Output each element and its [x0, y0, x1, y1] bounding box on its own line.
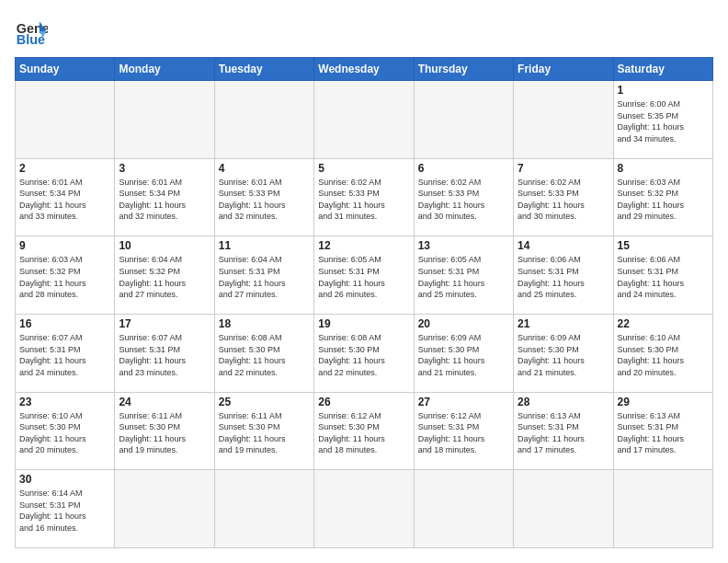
- weekday-header-tuesday: Tuesday: [214, 58, 313, 81]
- calendar-cell: 20Sunrise: 6:09 AM Sunset: 5:30 PM Dayli…: [414, 314, 513, 392]
- calendar-cell: 12Sunrise: 6:05 AM Sunset: 5:31 PM Dayli…: [314, 236, 414, 315]
- day-info: Sunrise: 6:01 AM Sunset: 5:34 PM Dayligh…: [119, 177, 210, 223]
- day-info: Sunrise: 6:09 AM Sunset: 5:30 PM Dayligh…: [418, 332, 509, 378]
- calendar-cell: 3Sunrise: 6:01 AM Sunset: 5:34 PM Daylig…: [115, 158, 214, 236]
- weekday-header-row: SundayMondayTuesdayWednesdayThursdayFrid…: [16, 58, 713, 81]
- calendar-cell: [514, 470, 613, 548]
- calendar-cell: [414, 470, 513, 548]
- logo-icon: General Blue: [15, 15, 48, 48]
- calendar-cell: 8Sunrise: 6:03 AM Sunset: 5:32 PM Daylig…: [613, 158, 712, 236]
- calendar-cell: 30Sunrise: 6:14 AM Sunset: 5:31 PM Dayli…: [16, 470, 115, 548]
- calendar-cell: 6Sunrise: 6:02 AM Sunset: 5:33 PM Daylig…: [414, 158, 513, 236]
- day-number: 6: [418, 162, 509, 175]
- day-info: Sunrise: 6:14 AM Sunset: 5:31 PM Dayligh…: [19, 488, 110, 534]
- calendar-cell: [115, 81, 214, 159]
- calendar-cell: 21Sunrise: 6:09 AM Sunset: 5:30 PM Dayli…: [514, 314, 613, 392]
- calendar-cell: [115, 470, 214, 548]
- day-info: Sunrise: 6:04 AM Sunset: 5:32 PM Dayligh…: [119, 254, 210, 300]
- day-info: Sunrise: 6:01 AM Sunset: 5:34 PM Dayligh…: [19, 177, 110, 223]
- calendar-cell: 9Sunrise: 6:03 AM Sunset: 5:32 PM Daylig…: [16, 236, 115, 315]
- calendar-week-row: 30Sunrise: 6:14 AM Sunset: 5:31 PM Dayli…: [16, 470, 713, 548]
- day-info: Sunrise: 6:06 AM Sunset: 5:31 PM Dayligh…: [518, 254, 609, 300]
- day-number: 1: [618, 84, 709, 97]
- calendar-cell: [514, 81, 613, 159]
- calendar-cell: [214, 81, 313, 159]
- calendar-cell: 11Sunrise: 6:04 AM Sunset: 5:31 PM Dayli…: [214, 236, 313, 315]
- day-number: 25: [219, 396, 310, 408]
- calendar-cell: [414, 81, 513, 159]
- day-info: Sunrise: 6:12 AM Sunset: 5:30 PM Dayligh…: [318, 410, 409, 456]
- calendar-cell: 15Sunrise: 6:06 AM Sunset: 5:31 PM Dayli…: [613, 236, 712, 315]
- day-info: Sunrise: 6:02 AM Sunset: 5:33 PM Dayligh…: [518, 177, 609, 223]
- day-number: 18: [219, 317, 310, 330]
- weekday-header-sunday: Sunday: [16, 58, 115, 81]
- calendar-cell: 27Sunrise: 6:12 AM Sunset: 5:31 PM Dayli…: [414, 392, 513, 470]
- weekday-header-monday: Monday: [115, 58, 214, 81]
- day-info: Sunrise: 6:08 AM Sunset: 5:30 PM Dayligh…: [219, 332, 310, 378]
- header: General Blue: [15, 15, 713, 48]
- day-info: Sunrise: 6:00 AM Sunset: 5:35 PM Dayligh…: [618, 98, 709, 144]
- calendar-cell: 4Sunrise: 6:01 AM Sunset: 5:33 PM Daylig…: [214, 158, 313, 236]
- day-number: 11: [219, 239, 310, 252]
- day-number: 26: [318, 396, 409, 408]
- calendar-week-row: 9Sunrise: 6:03 AM Sunset: 5:32 PM Daylig…: [16, 236, 713, 315]
- calendar-cell: 24Sunrise: 6:11 AM Sunset: 5:30 PM Dayli…: [115, 392, 214, 470]
- day-info: Sunrise: 6:06 AM Sunset: 5:31 PM Dayligh…: [618, 254, 709, 300]
- day-info: Sunrise: 6:10 AM Sunset: 5:30 PM Dayligh…: [19, 410, 110, 456]
- day-info: Sunrise: 6:13 AM Sunset: 5:31 PM Dayligh…: [618, 410, 709, 456]
- day-info: Sunrise: 6:11 AM Sunset: 5:30 PM Dayligh…: [219, 410, 310, 456]
- calendar-cell: 13Sunrise: 6:05 AM Sunset: 5:31 PM Dayli…: [414, 236, 513, 315]
- svg-text:Blue: Blue: [17, 32, 45, 47]
- calendar-cell: 10Sunrise: 6:04 AM Sunset: 5:32 PM Dayli…: [115, 236, 214, 315]
- calendar-cell: [16, 81, 115, 159]
- calendar-cell: 1Sunrise: 6:00 AM Sunset: 5:35 PM Daylig…: [613, 81, 712, 159]
- day-number: 3: [119, 162, 210, 175]
- day-info: Sunrise: 6:07 AM Sunset: 5:31 PM Dayligh…: [19, 332, 110, 378]
- day-number: 19: [318, 317, 409, 330]
- day-number: 16: [19, 317, 110, 330]
- day-info: Sunrise: 6:09 AM Sunset: 5:30 PM Dayligh…: [518, 332, 609, 378]
- day-number: 14: [518, 239, 609, 252]
- weekday-header-thursday: Thursday: [414, 58, 513, 81]
- day-number: 29: [618, 396, 709, 408]
- calendar-cell: [314, 81, 414, 159]
- day-number: 5: [318, 162, 409, 175]
- day-number: 23: [19, 396, 110, 408]
- calendar-week-row: 23Sunrise: 6:10 AM Sunset: 5:30 PM Dayli…: [16, 392, 713, 470]
- day-info: Sunrise: 6:12 AM Sunset: 5:31 PM Dayligh…: [418, 410, 509, 456]
- calendar-cell: 14Sunrise: 6:06 AM Sunset: 5:31 PM Dayli…: [514, 236, 613, 315]
- calendar-cell: 19Sunrise: 6:08 AM Sunset: 5:30 PM Dayli…: [314, 314, 414, 392]
- day-number: 20: [418, 317, 509, 330]
- calendar-cell: 16Sunrise: 6:07 AM Sunset: 5:31 PM Dayli…: [16, 314, 115, 392]
- day-number: 7: [518, 162, 609, 175]
- day-number: 24: [119, 396, 210, 408]
- day-info: Sunrise: 6:05 AM Sunset: 5:31 PM Dayligh…: [418, 254, 509, 300]
- day-info: Sunrise: 6:02 AM Sunset: 5:33 PM Dayligh…: [318, 177, 409, 223]
- day-number: 2: [19, 162, 110, 175]
- day-number: 28: [518, 396, 609, 408]
- weekday-header-saturday: Saturday: [613, 58, 712, 81]
- day-info: Sunrise: 6:13 AM Sunset: 5:31 PM Dayligh…: [518, 410, 609, 456]
- calendar-cell: [214, 470, 313, 548]
- day-info: Sunrise: 6:07 AM Sunset: 5:31 PM Dayligh…: [119, 332, 210, 378]
- day-info: Sunrise: 6:02 AM Sunset: 5:33 PM Dayligh…: [418, 177, 509, 223]
- calendar-cell: 5Sunrise: 6:02 AM Sunset: 5:33 PM Daylig…: [314, 158, 414, 236]
- calendar-cell: [314, 470, 414, 548]
- calendar-cell: 7Sunrise: 6:02 AM Sunset: 5:33 PM Daylig…: [514, 158, 613, 236]
- calendar-cell: 22Sunrise: 6:10 AM Sunset: 5:30 PM Dayli…: [613, 314, 712, 392]
- weekday-header-wednesday: Wednesday: [314, 58, 414, 81]
- day-number: 27: [418, 396, 509, 408]
- calendar-cell: 2Sunrise: 6:01 AM Sunset: 5:34 PM Daylig…: [16, 158, 115, 236]
- day-number: 21: [518, 317, 609, 330]
- day-info: Sunrise: 6:08 AM Sunset: 5:30 PM Dayligh…: [318, 332, 409, 378]
- calendar-cell: 25Sunrise: 6:11 AM Sunset: 5:30 PM Dayli…: [214, 392, 313, 470]
- calendar-cell: 18Sunrise: 6:08 AM Sunset: 5:30 PM Dayli…: [214, 314, 313, 392]
- day-number: 10: [119, 239, 210, 252]
- calendar-week-row: 1Sunrise: 6:00 AM Sunset: 5:35 PM Daylig…: [16, 81, 713, 159]
- page: General Blue SundayMondayTuesdayWednesda…: [0, 0, 728, 563]
- day-info: Sunrise: 6:01 AM Sunset: 5:33 PM Dayligh…: [219, 177, 310, 223]
- day-number: 4: [219, 162, 310, 175]
- day-number: 8: [618, 162, 709, 175]
- calendar-cell: 17Sunrise: 6:07 AM Sunset: 5:31 PM Dayli…: [115, 314, 214, 392]
- weekday-header-friday: Friday: [514, 58, 613, 81]
